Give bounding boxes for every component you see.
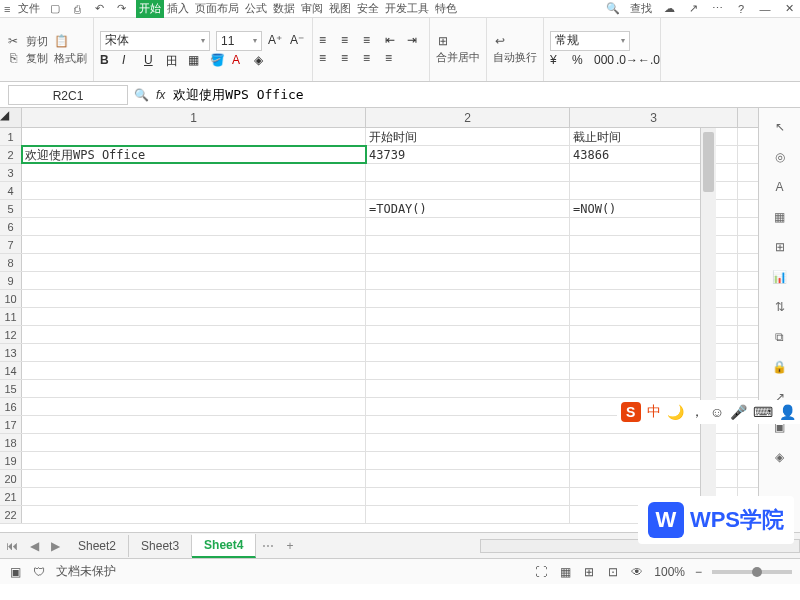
help-icon[interactable]: ? [734,2,748,16]
mic-icon[interactable]: 🎤 [730,404,747,420]
property-icon[interactable]: ◎ [771,148,789,166]
underline-icon[interactable]: U [144,53,160,69]
align-justify-icon[interactable]: ≡ [385,51,401,67]
comma-icon[interactable]: ， [690,403,704,421]
row-header[interactable]: 22 [0,506,22,523]
lock-icon[interactable]: 🔒 [771,358,789,376]
cell[interactable] [22,200,366,217]
cell[interactable] [366,236,570,253]
cell[interactable] [366,326,570,343]
cell[interactable] [22,272,366,289]
merge-icon[interactable]: ⊞ [436,34,450,48]
cell[interactable] [366,164,570,181]
ime-toolbar[interactable]: S 中 🌙 ， ☺ 🎤 ⌨ 👤 [617,400,800,424]
row-header[interactable]: 8 [0,254,22,271]
sheet-tab[interactable]: Sheet3 [129,535,192,557]
merge-center-button[interactable]: 合并居中 [436,50,480,65]
row-header[interactable]: 15 [0,380,22,397]
tab-review[interactable]: 审阅 [298,0,326,18]
column-header[interactable]: 2 [366,108,570,127]
ime-mode[interactable]: 中 [647,403,661,421]
percent-icon[interactable]: % [572,53,588,69]
cell[interactable] [366,362,570,379]
cut-button[interactable]: 剪切 [26,34,48,49]
align-top-icon[interactable]: ≡ [319,33,335,49]
cell[interactable] [22,506,366,523]
cell[interactable] [22,236,366,253]
currency-icon[interactable]: ¥ [550,53,566,69]
cube-icon[interactable]: ◈ [771,448,789,466]
row-header[interactable]: 1 [0,128,22,145]
reading-icon[interactable]: 👁 [630,565,644,579]
tab-special[interactable]: 特色 [432,0,460,18]
font-color-icon[interactable]: A [232,53,248,69]
select-icon[interactable]: ↖ [771,118,789,136]
close-icon[interactable]: ✕ [782,2,796,16]
search-icon[interactable]: 🔍 [606,2,620,16]
cell[interactable]: 43739 [366,146,570,163]
row-header[interactable]: 7 [0,236,22,253]
search-label[interactable]: 查找 [630,1,652,16]
increase-font-icon[interactable]: A⁺ [268,33,284,49]
indent-inc-icon[interactable]: ⇥ [407,33,423,49]
copy-icon[interactable]: ⎘ [6,51,20,65]
menu-hamburger-icon[interactable]: ≡ [4,3,10,15]
cell[interactable] [22,380,366,397]
thousands-icon[interactable]: 000 [594,53,610,69]
decimal-dec-icon[interactable]: ←.0 [638,53,654,69]
cell[interactable] [22,434,366,451]
cell[interactable] [22,182,366,199]
view-normal-icon[interactable]: ▦ [558,565,572,579]
sheet-more-icon[interactable]: ⋯ [256,539,280,553]
cell[interactable] [22,128,366,145]
vertical-scrollbar[interactable] [700,128,716,532]
cell[interactable] [22,398,366,415]
tab-formula[interactable]: 公式 [242,0,270,18]
row-header[interactable]: 2 [0,146,22,163]
align-bottom-icon[interactable]: ≡ [363,33,379,49]
row-header[interactable]: 11 [0,308,22,325]
fill-color-icon[interactable]: 🪣 [210,53,226,69]
cell[interactable] [366,254,570,271]
decrease-font-icon[interactable]: A⁻ [290,33,306,49]
emoji-icon[interactable]: ☺ [710,404,724,420]
cell[interactable] [22,362,366,379]
tab-view[interactable]: 视图 [326,0,354,18]
cell[interactable] [22,326,366,343]
cell[interactable] [22,344,366,361]
menu-file[interactable]: 文件 [18,1,40,16]
undo-icon[interactable]: ↶ [92,2,106,16]
cell[interactable] [366,344,570,361]
cell[interactable] [366,380,570,397]
save-icon[interactable]: ▢ [48,2,62,16]
table-icon[interactable]: ▦ [771,208,789,226]
tab-security[interactable]: 安全 [354,0,382,18]
row-header[interactable]: 3 [0,164,22,181]
align-left-icon[interactable]: ≡ [319,51,335,67]
cell[interactable] [366,452,570,469]
cell[interactable] [22,470,366,487]
tab-dev[interactable]: 开发工具 [382,0,432,18]
indent-dec-icon[interactable]: ⇤ [385,33,401,49]
grid[interactable]: ◢ 1 2 3 1开始时间截止时间2欢迎使用WPS Office43739438… [0,108,758,532]
sheet-tab[interactable]: Sheet2 [66,535,129,557]
row-header[interactable]: 19 [0,452,22,469]
column-header[interactable]: 1 [22,108,366,127]
strikethrough-icon[interactable]: 田 [166,53,182,69]
formula-input[interactable] [173,85,792,105]
decimal-inc-icon[interactable]: .0→ [616,53,632,69]
share-icon[interactable]: ↗ [686,2,700,16]
number-format-combo[interactable]: 常规▾ [550,31,630,51]
keyboard-icon[interactable]: ⌨ [753,404,773,420]
cell[interactable] [22,218,366,235]
cell[interactable] [22,290,366,307]
tab-insert[interactable]: 插入 [164,0,192,18]
cell[interactable] [366,182,570,199]
cell[interactable] [22,164,366,181]
row-header[interactable]: 10 [0,290,22,307]
cell[interactable] [366,434,570,451]
fullscreen-icon[interactable]: ⛶ [534,565,548,579]
print-icon[interactable]: ⎙ [70,2,84,16]
view-layout-icon[interactable]: ⊡ [606,565,620,579]
row-header[interactable]: 17 [0,416,22,433]
